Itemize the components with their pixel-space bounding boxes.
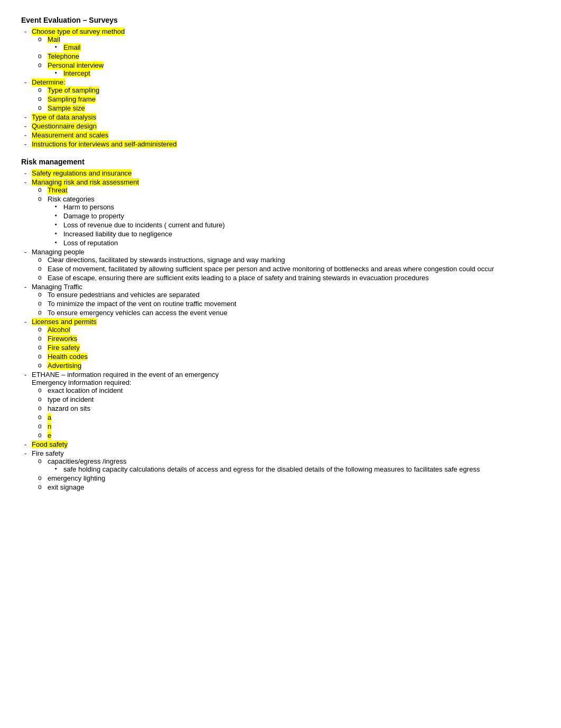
item-text: exact location of incident [48, 386, 123, 394]
list-item: Loss of reputation [63, 239, 540, 247]
list-item: Fireworks [48, 335, 540, 343]
list-item: type of incident [48, 395, 540, 403]
section-title: Event Evaluation – Surveys [21, 16, 540, 24]
item-text: To ensure emergency vehicles can access … [48, 309, 227, 317]
list-item: n [48, 422, 540, 430]
item-text: Fire safety [48, 344, 80, 352]
item-text: Email [63, 43, 81, 51]
item-text: Questionnaire design [32, 122, 97, 130]
section-title: Risk management [21, 158, 540, 166]
item-text: Managing risk and risk assessment [32, 178, 139, 186]
list-item: Harm to persons [63, 203, 540, 211]
list-item: Type of data analysis [32, 113, 540, 121]
list-item: Questionnaire design [32, 122, 540, 130]
list-item: hazard on sits [48, 404, 540, 412]
list-item: Food safety [32, 440, 540, 448]
list-item: Personal interviewIntercept [48, 61, 540, 77]
list-item: Damage to property [63, 212, 540, 220]
list-item: exact location of incident [48, 386, 540, 394]
list-item: Measurement and scales [32, 131, 540, 139]
item-text: Fire safety [32, 449, 64, 457]
list-item: Managing peopleClear directions, facilit… [32, 248, 540, 282]
list-item: Type of sampling [48, 86, 540, 94]
app-container: Event Evaluation – SurveysChoose type of… [21, 16, 540, 491]
item-text: Managing Traffic [32, 283, 82, 291]
list-item: safe holding capacity calculations detai… [63, 465, 540, 473]
item-text: Damage to property [63, 212, 124, 220]
list-item: emergency lighting [48, 474, 540, 482]
item-text: Risk categories [48, 195, 95, 203]
item-text: capacities/egress /ingress [48, 457, 127, 465]
list-item: Health codes [48, 353, 540, 361]
item-text: Type of sampling [48, 86, 99, 94]
list-item: Managing risk and risk assessmentThreatR… [32, 178, 540, 247]
list-item: Increased liability due to negligence [63, 230, 540, 238]
item-text: Increased liability due to negligence [63, 230, 172, 238]
item-text: Managing people [32, 248, 85, 256]
list-item: Loss of revenue due to incidents ( curre… [63, 221, 540, 229]
section-event-evaluation: Event Evaluation – SurveysChoose type of… [21, 16, 540, 148]
list-item: Safety regulations and insurance [32, 169, 540, 177]
list-item: Instructions for interviews and self-adm… [32, 140, 540, 148]
list-item: Licenses and permitsAlcoholFireworksFire… [32, 318, 540, 370]
list-item: Sample size [48, 104, 540, 112]
item-text: Intercept [63, 69, 90, 77]
list-item: Managing TrafficTo ensure pedestrians an… [32, 283, 540, 317]
extra-text: Emergency information required: [32, 379, 132, 386]
item-text: Advertising [48, 362, 81, 370]
item-text: Loss of reputation [63, 239, 118, 247]
item-text: n [48, 422, 51, 430]
list-item: Clear directions, facilitated by steward… [48, 256, 540, 264]
list-item: exit signage [48, 483, 540, 491]
list-item: Telephone [48, 52, 540, 60]
item-text: safe holding capacity calculations detai… [63, 465, 480, 473]
item-text: Threat [48, 186, 68, 194]
section-risk-management: Risk managementSafety regulations and in… [21, 158, 540, 491]
item-text: Determine: [32, 78, 66, 86]
list-item: Intercept [63, 69, 540, 77]
item-text: e [48, 431, 51, 439]
item-text: emergency lighting [48, 474, 105, 482]
list-item: Sampling frame [48, 95, 540, 103]
list-item: Ease of escape, ensuring there are suffi… [48, 274, 540, 282]
item-text: hazard on sits [48, 404, 90, 412]
list-item: To ensure emergency vehicles can access … [48, 309, 540, 317]
item-text: Mail [48, 35, 60, 43]
item-text: Clear directions, facilitated by steward… [48, 256, 285, 264]
list-item: MailEmail [48, 35, 540, 51]
item-text: Fireworks [48, 335, 77, 343]
item-text: Licenses and permits [32, 318, 97, 326]
list-item: Choose type of survey methodMailEmailTel… [32, 27, 540, 77]
list-item: To ensure pedestrians and vehicles are s… [48, 291, 540, 299]
list-item: ETHANE – information required in the eve… [32, 371, 540, 439]
item-text: Safety regulations and insurance [32, 169, 132, 177]
item-text: Sampling frame [48, 95, 96, 103]
item-text: Telephone [48, 52, 79, 60]
item-text: Ease of movement, facilitated by allowin… [48, 265, 494, 273]
item-text: Choose type of survey method [32, 27, 125, 35]
item-text: ETHANE – information required in the eve… [32, 371, 219, 379]
list-item: Advertising [48, 362, 540, 370]
list-item: capacities/egress /ingresssafe holding c… [48, 457, 540, 473]
list-item: Fire safety [48, 344, 540, 352]
list-item: To minimize the impact of the vent on ro… [48, 300, 540, 308]
list-item: e [48, 431, 540, 439]
item-text: type of incident [48, 395, 94, 403]
list-item: Fire safetycapacities/egress /ingresssaf… [32, 449, 540, 491]
item-text: Instructions for interviews and self-adm… [32, 140, 177, 148]
list-item: Risk categoriesHarm to personsDamage to … [48, 195, 540, 247]
list-item: a [48, 413, 540, 421]
item-text: Loss of revenue due to incidents ( curre… [63, 221, 225, 229]
list-item: Threat [48, 186, 540, 194]
list-item: Determine:Type of samplingSampling frame… [32, 78, 540, 112]
item-text: Sample size [48, 104, 85, 112]
item-text: exit signage [48, 483, 84, 491]
list-item: Alcohol [48, 326, 540, 334]
item-text: Harm to persons [63, 203, 114, 211]
item-text: To ensure pedestrians and vehicles are s… [48, 291, 200, 299]
item-text: Type of data analysis [32, 113, 96, 121]
item-text: Ease of escape, ensuring there are suffi… [48, 274, 429, 282]
item-text: a [48, 413, 51, 421]
item-text: To minimize the impact of the vent on ro… [48, 300, 236, 308]
item-text: Measurement and scales [32, 131, 108, 139]
